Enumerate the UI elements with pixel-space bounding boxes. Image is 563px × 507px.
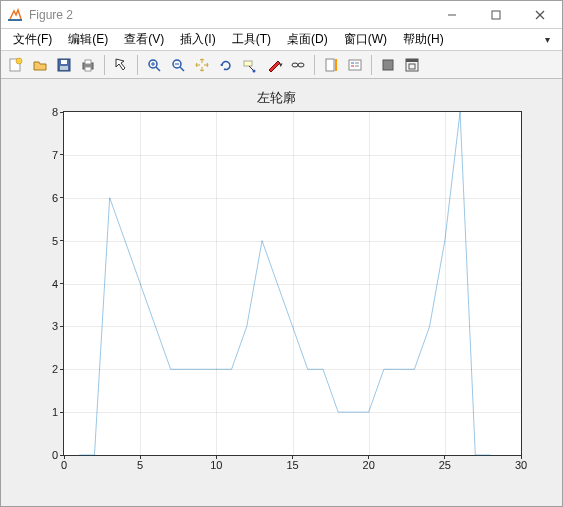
x-tick-label: 15 bbox=[286, 455, 298, 471]
window-title: Figure 2 bbox=[29, 8, 430, 22]
svg-point-24 bbox=[298, 63, 304, 67]
menu-view[interactable]: 查看(V) bbox=[116, 29, 172, 50]
svg-rect-0 bbox=[8, 19, 22, 21]
svg-rect-26 bbox=[335, 59, 337, 71]
svg-rect-32 bbox=[383, 60, 393, 70]
svg-rect-8 bbox=[61, 60, 67, 64]
plot-area: 左轮廓 012345678051015202530 bbox=[1, 79, 562, 506]
matlab-logo-icon bbox=[7, 7, 23, 23]
x-tick-label: 25 bbox=[439, 455, 451, 471]
data-cursor-button[interactable] bbox=[239, 54, 261, 76]
dock-button[interactable] bbox=[401, 54, 423, 76]
y-tick-label: 2 bbox=[52, 363, 64, 375]
gridline-v bbox=[293, 112, 294, 455]
print-button[interactable] bbox=[77, 54, 99, 76]
menu-insert[interactable]: 插入(I) bbox=[172, 29, 223, 50]
x-tick-label: 5 bbox=[137, 455, 143, 471]
x-tick-label: 30 bbox=[515, 455, 527, 471]
gridline-v bbox=[216, 112, 217, 455]
x-tick-label: 0 bbox=[61, 455, 67, 471]
toolbar-separator bbox=[104, 55, 105, 75]
menu-desktop[interactable]: 桌面(D) bbox=[279, 29, 336, 50]
toolbar-separator bbox=[314, 55, 315, 75]
svg-rect-11 bbox=[85, 60, 91, 64]
menu-window[interactable]: 窗口(W) bbox=[336, 29, 395, 50]
zoom-out-button[interactable] bbox=[167, 54, 189, 76]
menubar: 文件(F) 编辑(E) 查看(V) 插入(I) 工具(T) 桌面(D) 窗口(W… bbox=[1, 29, 562, 51]
menu-tools[interactable]: 工具(T) bbox=[224, 29, 279, 50]
gridline-v bbox=[369, 112, 370, 455]
x-tick-label: 20 bbox=[363, 455, 375, 471]
menu-overflow-icon[interactable]: ▾ bbox=[537, 34, 558, 45]
y-tick-label: 4 bbox=[52, 278, 64, 290]
y-tick-label: 3 bbox=[52, 320, 64, 332]
gridline-v bbox=[445, 112, 446, 455]
pan-button[interactable] bbox=[191, 54, 213, 76]
svg-rect-35 bbox=[409, 64, 415, 69]
rotate-button[interactable] bbox=[215, 54, 237, 76]
y-tick-label: 8 bbox=[52, 106, 64, 118]
toolbar-separator bbox=[137, 55, 138, 75]
toolbar: ▾ bbox=[1, 51, 562, 79]
chart-title: 左轮廓 bbox=[11, 89, 542, 107]
svg-line-14 bbox=[156, 67, 160, 71]
edit-plot-button[interactable] bbox=[110, 54, 132, 76]
svg-rect-27 bbox=[349, 60, 361, 70]
gridline-v bbox=[140, 112, 141, 455]
svg-rect-9 bbox=[60, 66, 68, 70]
svg-rect-25 bbox=[326, 59, 334, 71]
hide-tools-button[interactable] bbox=[377, 54, 399, 76]
figure-window: Figure 2 文件(F) 编辑(E) 查看(V) 插入(I) 工具(T) 桌… bbox=[0, 0, 563, 507]
zoom-in-button[interactable] bbox=[143, 54, 165, 76]
x-tick-label: 10 bbox=[210, 455, 222, 471]
svg-rect-20 bbox=[244, 61, 252, 66]
titlebar: Figure 2 bbox=[1, 1, 562, 29]
svg-rect-2 bbox=[492, 11, 500, 19]
y-tick-label: 6 bbox=[52, 192, 64, 204]
y-tick-label: 5 bbox=[52, 235, 64, 247]
maximize-button[interactable] bbox=[474, 1, 518, 29]
plot-box[interactable]: 012345678051015202530 bbox=[63, 111, 522, 456]
minimize-button[interactable] bbox=[430, 1, 474, 29]
close-button[interactable] bbox=[518, 1, 562, 29]
link-data-button[interactable] bbox=[287, 54, 309, 76]
menu-help[interactable]: 帮助(H) bbox=[395, 29, 452, 50]
axes-container: 左轮廓 012345678051015202530 bbox=[11, 89, 542, 486]
toolbar-separator bbox=[371, 55, 372, 75]
new-figure-button[interactable] bbox=[5, 54, 27, 76]
menu-file[interactable]: 文件(F) bbox=[5, 29, 60, 50]
svg-line-18 bbox=[180, 67, 184, 71]
svg-point-6 bbox=[16, 58, 22, 64]
menu-edit[interactable]: 编辑(E) bbox=[60, 29, 116, 50]
insert-legend-button[interactable] bbox=[344, 54, 366, 76]
brush-button[interactable]: ▾ bbox=[263, 54, 285, 76]
y-tick-label: 1 bbox=[52, 406, 64, 418]
open-button[interactable] bbox=[29, 54, 51, 76]
insert-colorbar-button[interactable] bbox=[320, 54, 342, 76]
svg-rect-12 bbox=[85, 67, 91, 71]
svg-rect-34 bbox=[406, 59, 418, 62]
y-tick-label: 7 bbox=[52, 149, 64, 161]
save-button[interactable] bbox=[53, 54, 75, 76]
svg-point-22 bbox=[253, 69, 256, 72]
svg-point-23 bbox=[292, 63, 298, 67]
